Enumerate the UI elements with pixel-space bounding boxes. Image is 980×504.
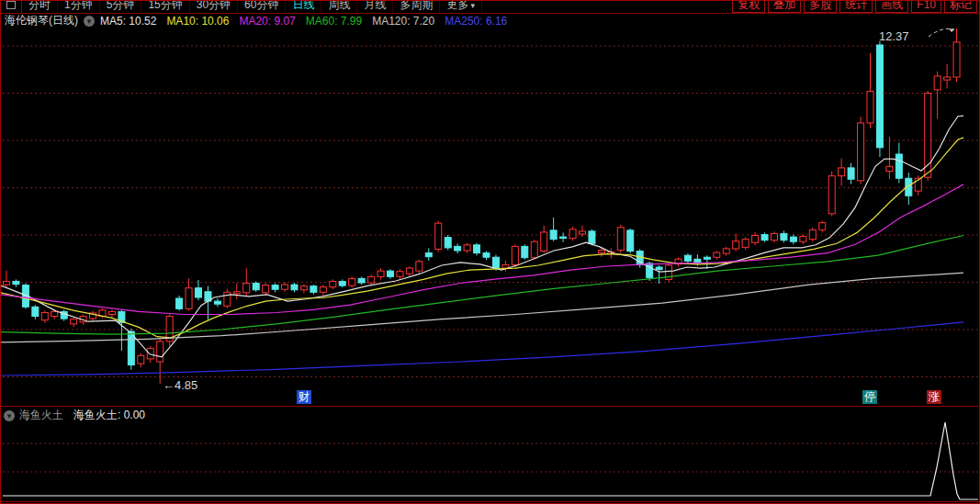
toolbar-button-1[interactable]: 叠加 xyxy=(768,1,801,13)
menu-item-10[interactable]: 更多▾ xyxy=(440,1,482,13)
app-menu-button[interactable] xyxy=(1,1,22,13)
menu-item-5[interactable]: 60分钟 xyxy=(238,1,286,13)
ma-line-MA10 xyxy=(1,138,963,338)
indicator-name[interactable]: 海鱼火土 xyxy=(19,408,63,423)
annotations xyxy=(929,28,954,37)
main-chart[interactable] xyxy=(1,1,980,504)
menu-item-6[interactable]: 日线 xyxy=(286,1,321,13)
event-badge-1[interactable]: 停 xyxy=(862,390,877,404)
moving-average-lines xyxy=(1,116,963,375)
toolbar-button-6[interactable]: 标记 xyxy=(944,1,977,13)
menu-item-0[interactable]: 分时 xyxy=(22,1,58,13)
period-menu-bar: 分时1分钟5分钟15分钟30分钟60分钟日线周线月线多周期更多▾ 复权叠加多股统… xyxy=(1,1,979,14)
toolbar-button-0[interactable]: 复权 xyxy=(732,1,765,13)
ma-readout-5: MA250: 6.16 xyxy=(445,15,507,28)
ma-readout-0: MA5: 10.52 xyxy=(100,15,156,28)
indicator-readout-label: 海鱼火土: xyxy=(73,409,120,421)
menu-item-9[interactable]: 多周期 xyxy=(393,1,440,13)
ma-readout-2: MA20: 9.07 xyxy=(239,15,295,28)
ma-readout-3: MA60: 7.99 xyxy=(306,15,362,28)
toolbar-buttons: 复权叠加多股统计画线F10标记 xyxy=(729,1,977,13)
event-badge-0[interactable]: 财 xyxy=(297,390,311,404)
ma-line-MA120 xyxy=(1,273,963,342)
menu-item-1[interactable]: 1分钟 xyxy=(58,1,100,13)
menu-item-8[interactable]: 月线 xyxy=(357,1,393,13)
chart-title-bar: 海伦钢琴(日线) ▾ MA5: 10.52MA10: 10.06MA20: 9.… xyxy=(1,14,979,28)
low-price-label: ←4.85 xyxy=(163,378,197,392)
chevron-down-icon[interactable]: ▾ xyxy=(4,410,15,421)
ma-readouts: MA5: 10.52MA10: 10.06MA20: 9.07MA60: 7.9… xyxy=(100,15,507,28)
chevron-down-icon: ▾ xyxy=(470,1,475,10)
indicator-panel xyxy=(3,422,978,499)
high-price-label: 12.37 xyxy=(879,29,909,43)
layout-grid-icon xyxy=(6,1,16,9)
menu-item-2[interactable]: 5分钟 xyxy=(100,1,142,13)
symbol-title: 海伦钢琴(日线) xyxy=(5,13,78,28)
ma-line-MA20 xyxy=(1,185,963,315)
indicator-readout-value: 0.00 xyxy=(124,409,145,421)
ma-readout-1: MA10: 10.06 xyxy=(166,15,229,28)
indicator-header: ▾ 海鱼火土 海鱼火土: 0.00 xyxy=(4,408,145,423)
period-menu-items: 分时1分钟5分钟15分钟30分钟60分钟日线周线月线多周期更多▾ xyxy=(22,1,482,13)
panel-bottom-line xyxy=(1,501,979,502)
indicator-readout: 海鱼火土: 0.00 xyxy=(73,408,145,423)
menu-item-7[interactable]: 周线 xyxy=(321,1,357,13)
chevron-down-icon[interactable]: ▾ xyxy=(84,16,95,27)
ma-line-MA5 xyxy=(1,116,963,357)
trading-app-window: 分时1分钟5分钟15分钟30分钟60分钟日线周线月线多周期更多▾ 复权叠加多股统… xyxy=(0,0,980,504)
toolbar-button-2[interactable]: 多股 xyxy=(804,1,837,13)
panel-divider xyxy=(1,406,979,407)
candlestick-series xyxy=(4,28,961,384)
toolbar-button-4[interactable]: 画线 xyxy=(875,1,908,13)
menu-item-3[interactable]: 15分钟 xyxy=(141,1,189,13)
menu-item-4[interactable]: 30分钟 xyxy=(190,1,238,13)
toolbar-button-3[interactable]: 统计 xyxy=(839,1,873,13)
ma-line-MA60 xyxy=(1,236,963,335)
toolbar-button-5[interactable]: F10 xyxy=(911,1,941,13)
ma-readout-4: MA120: 7.20 xyxy=(372,15,434,28)
event-badge-2[interactable]: 涨 xyxy=(927,390,941,404)
indicator-line xyxy=(3,422,978,499)
